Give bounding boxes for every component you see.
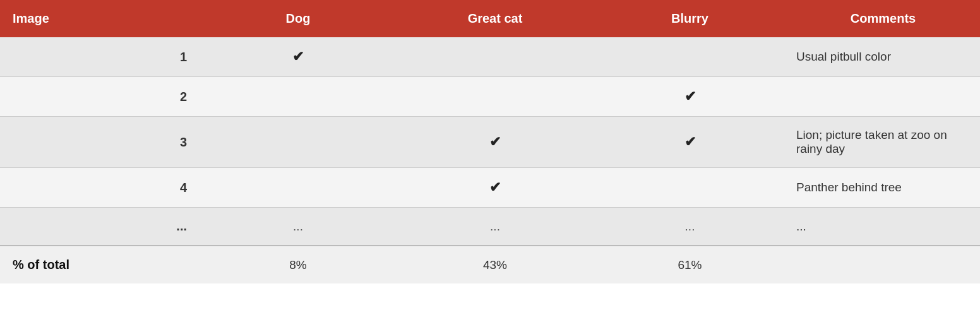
cell-comments: Panther behind tree (786, 168, 980, 208)
footer-label: % of total (0, 246, 200, 283)
table-row: 2✔ (0, 77, 980, 117)
header-dog: Dog (200, 0, 397, 37)
cell-greatcat (397, 77, 594, 117)
footer-comments (786, 246, 980, 283)
checkmark-icon: ✔ (684, 134, 696, 150)
cell-dog (200, 168, 397, 208)
cell-image-id: 2 (0, 77, 200, 117)
checkmark-icon: ✔ (489, 179, 501, 195)
cell-greatcat: ✔ (397, 117, 594, 168)
cell-image-id: 3 (0, 117, 200, 168)
header-image: Image (0, 0, 200, 37)
header-comments: Comments (786, 0, 980, 37)
header-greatcat: Great cat (397, 0, 594, 37)
checkmark-icon: ✔ (684, 88, 696, 104)
footer-blurry: 61% (594, 246, 786, 283)
footer-row: % of total 8% 43% 61% (0, 246, 980, 283)
checkmark-icon: ✔ (292, 49, 304, 64)
cell-greatcat (397, 37, 594, 77)
cell-greatcat: ✔ (397, 168, 594, 208)
cell-image-id: 1 (0, 37, 200, 77)
table-row: 3✔✔Lion; picture taken at zoo on rainy d… (0, 117, 980, 168)
table-row: 4✔Panther behind tree (0, 168, 980, 208)
cell-dog (200, 117, 397, 168)
cell-ellipsis-greatcat: ... (397, 208, 594, 246)
cell-blurry (594, 37, 786, 77)
cell-image-id: 4 (0, 168, 200, 208)
checkmark-icon: ✔ (489, 134, 501, 150)
cell-dog: ✔ (200, 37, 397, 77)
table-row: 1✔Usual pitbull color (0, 37, 980, 77)
cell-blurry: ✔ (594, 117, 786, 168)
cell-ellipsis-id: ... (0, 208, 200, 246)
footer-dog: 8% (200, 246, 397, 283)
cell-comments: Lion; picture taken at zoo on rainy day (786, 117, 980, 168)
cell-blurry (594, 168, 786, 208)
cell-ellipsis-dog: ... (200, 208, 397, 246)
cell-dog (200, 77, 397, 117)
cell-ellipsis-blurry: ... (594, 208, 786, 246)
cell-comments (786, 77, 980, 117)
header-blurry: Blurry (594, 0, 786, 37)
cell-comments: Usual pitbull color (786, 37, 980, 77)
ellipsis-row: ............... (0, 208, 980, 246)
cell-ellipsis-comments: ... (786, 208, 980, 246)
footer-greatcat: 43% (397, 246, 594, 283)
cell-blurry: ✔ (594, 77, 786, 117)
